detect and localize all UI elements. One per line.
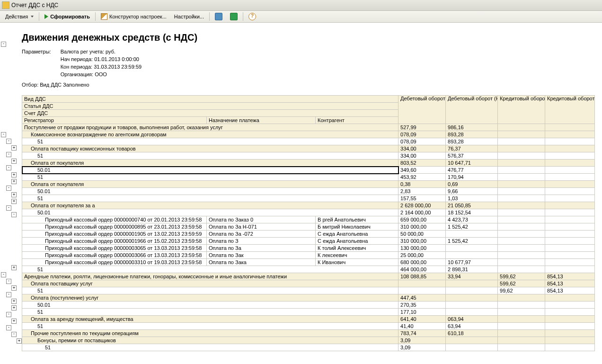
table-row[interactable]: Оплата от покупателя за а2 628 000,0021 …	[22, 202, 595, 209]
table-row[interactable]: 50.01270,35	[22, 302, 595, 309]
collapse-button[interactable]: -	[1, 272, 6, 277]
expand-button[interactable]: +	[11, 145, 17, 151]
report-content: Движения денежных средств (с НДС) Параме…	[22, 23, 602, 364]
table-row[interactable]: 513,09	[22, 344, 595, 351]
table-row[interactable]: Приходный кассовый ордер 00000003310 от …	[22, 259, 595, 266]
toolbar: Действия Сформировать Конструктор настро…	[0, 11, 602, 23]
table-row[interactable]: Поступление от продажи продукции и товар…	[22, 124, 595, 131]
expand-button[interactable]: +	[11, 299, 17, 304]
table-row[interactable]: Приходный кассовый ордер 00000003065 от …	[22, 245, 595, 252]
collapse-button[interactable]: -	[6, 152, 11, 157]
toolbar-separator	[209, 12, 210, 21]
report-filter: Отбор: Вид ДДС Заполнено	[22, 82, 602, 88]
collapse-button[interactable]: -	[6, 186, 11, 191]
collapse-button[interactable]: -	[6, 292, 11, 297]
expand-button[interactable]: +	[11, 319, 17, 324]
header-kontragent[interactable]: Контрагент	[316, 117, 398, 124]
header-registrator[interactable]: Регистратор	[22, 117, 207, 124]
help-button[interactable]: ?	[245, 11, 259, 22]
table-row[interactable]: 5199,62854,13	[22, 287, 595, 294]
report-area: ---+-+-++-++--+--+-++-+--+ Движения дене…	[0, 23, 602, 364]
table-row[interactable]: 51334,00576,37	[22, 152, 595, 160]
table-row[interactable]: Оплата за аренду помещений, имущества641…	[22, 316, 595, 323]
collapse-button[interactable]: -	[11, 332, 17, 337]
constructor-button[interactable]: Конструктор настроек...	[97, 12, 170, 21]
header-kredit[interactable]: Кредитовый оборот	[498, 96, 545, 124]
outline-gutter: ---+-+-++-++--+--+-++-+--+	[0, 23, 22, 364]
header-kredit-nds[interactable]: Кредитовый оборот (НДС)	[545, 96, 595, 124]
actions-menu-button[interactable]: Действия	[2, 12, 37, 21]
table-row[interactable]: Приходный кассовый ордер 00000001966 от …	[22, 238, 595, 245]
constructor-label: Конструктор настроек...	[109, 14, 167, 19]
table-row[interactable]: 51464 000,002 898,31	[22, 266, 595, 273]
form-label: Сформировать	[50, 14, 90, 19]
table-row[interactable]: 5141,4063,94	[22, 323, 595, 330]
table-row[interactable]: 51177,10	[22, 309, 595, 316]
app-icon	[2, 1, 9, 9]
param-line: Кон периода: 31.03.2013 23:59:59	[61, 63, 142, 71]
table-row[interactable]: 51453,92170,94	[22, 174, 595, 181]
table-row[interactable]: 50.012 164 000,0018 152,54	[22, 209, 595, 216]
actions-label: Действия	[5, 14, 28, 19]
table-row[interactable]: 50.01349,60476,77	[22, 167, 595, 174]
header-naznachenie[interactable]: Назначение платежа	[207, 117, 316, 124]
params-label: Параметры:	[22, 48, 51, 78]
table-row[interactable]: Оплата поставщику услуг599,62854,13	[22, 280, 595, 287]
collapse-button[interactable]: -	[1, 132, 6, 137]
table-row[interactable]: Прочие поступления по текущим операциям7…	[22, 330, 595, 337]
expand-button[interactable]: +	[17, 338, 22, 344]
collapse-button[interactable]: -	[6, 325, 11, 330]
report-table: Вид ДДС Дебетовый оборот Дебетовый оборо…	[22, 95, 595, 351]
collapse-button[interactable]: -	[6, 139, 11, 144]
report-params: Параметры: Валюта рег учета: руб.Нач пер…	[22, 48, 602, 78]
collapse-button[interactable]: -	[6, 279, 11, 284]
toolbar-separator	[95, 12, 96, 21]
expand-button[interactable]: +	[11, 265, 17, 270]
report-title: Движения денежных средств (с НДС)	[22, 32, 602, 43]
table-row[interactable]: Оплата (поступление) услуг447,45	[22, 294, 595, 302]
tool-button-2[interactable]	[227, 11, 241, 22]
collapse-button[interactable]: -	[11, 212, 17, 217]
table-row[interactable]: 51078,09893,28	[22, 138, 595, 145]
table-row[interactable]: Оплата поставщику комиссионных товаров33…	[22, 145, 595, 152]
table-row[interactable]: Комиссионное вознаграждение по агентским…	[22, 131, 595, 138]
settings-button[interactable]: Настройки...	[171, 12, 207, 21]
table-row[interactable]: Оплата от покупателя803,5210 647,71	[22, 160, 595, 167]
toolbar-separator	[39, 12, 39, 21]
table-row[interactable]: Приходный кассовый ордер 00000000895 от …	[22, 223, 595, 231]
collapse-button[interactable]: -	[6, 312, 11, 317]
table-row[interactable]: Оплата от покупателя0,380,69	[22, 181, 595, 188]
tool-button-1[interactable]	[212, 11, 226, 22]
window-title: Отчет ДДС с НДС	[11, 0, 58, 10]
play-icon	[44, 14, 48, 19]
expand-button[interactable]: +	[11, 199, 17, 204]
table-row[interactable]: Приходный кассовый ордер 00000003066 от …	[22, 252, 595, 259]
expand-button[interactable]: +	[11, 172, 17, 178]
param-line: Организация: ООО	[61, 71, 142, 78]
header-schet[interactable]: Счет ДДС	[22, 110, 398, 117]
expand-button[interactable]: +	[11, 159, 17, 164]
param-line: Нач периода: 01.01.2013 0:00:00	[61, 55, 142, 63]
header-debet-nds[interactable]: Дебетовый оборот (НДС)	[446, 96, 498, 124]
table-row[interactable]: 51157,551,03	[22, 195, 595, 202]
table-row[interactable]: Арендные платежи, роялти, лицензионные п…	[22, 273, 595, 280]
table-row[interactable]: 50.012,839,66	[22, 188, 595, 195]
expand-button[interactable]: +	[11, 285, 17, 291]
expand-button[interactable]: +	[11, 179, 17, 184]
expand-button[interactable]: +	[11, 192, 17, 197]
collapse-button[interactable]: -	[1, 42, 6, 47]
settings-label: Настройки...	[174, 14, 204, 19]
collapse-button[interactable]: -	[6, 165, 11, 170]
header-debet[interactable]: Дебетовый оборот	[398, 96, 446, 124]
table-row[interactable]: Приходный кассовый ордер 00000001905 от …	[22, 231, 595, 238]
header-vid[interactable]: Вид ДДС	[22, 96, 398, 103]
collapse-button[interactable]: -	[6, 205, 11, 211]
help-icon: ?	[248, 13, 256, 20]
table-row[interactable]: Приходный кассовый ордер 00000000740 от …	[22, 216, 595, 223]
header-statya[interactable]: Статья ДДС	[22, 103, 398, 110]
pencil-icon	[101, 13, 107, 20]
table-row[interactable]: Бонусы, премии от поставщиков3,09	[22, 337, 595, 344]
form-button[interactable]: Сформировать	[41, 12, 93, 21]
sheet-icon	[230, 13, 238, 20]
expand-button[interactable]: +	[11, 305, 17, 311]
